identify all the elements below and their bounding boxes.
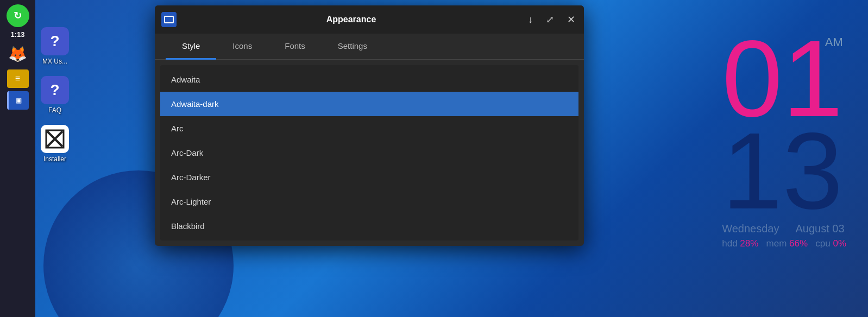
- mx-user-icon[interactable]: ? MX Us...: [41, 27, 69, 65]
- maximize-button[interactable]: ⤢: [544, 14, 556, 26]
- dialog-controls: ↓ ⤢ ✕: [526, 14, 577, 26]
- faq-icon[interactable]: ? FAQ: [41, 76, 69, 114]
- tab-settings[interactable]: Settings: [322, 34, 383, 60]
- theme-arc-dark[interactable]: Arc-Dark: [160, 141, 578, 165]
- clock-widget: AM 01 13 Wednesday August 03 hdd 28% mem…: [722, 33, 846, 249]
- mem-value: 66%: [789, 238, 808, 249]
- faq-icon-box: ?: [41, 76, 69, 104]
- clock-ampm: AM: [825, 35, 843, 49]
- theme-arc[interactable]: Arc: [160, 116, 578, 141]
- tab-style[interactable]: Style: [166, 34, 216, 60]
- notes-icon[interactable]: ≡: [7, 69, 29, 88]
- taskbar: ↻ 1:13 🦊 ≡ ▣: [0, 0, 35, 317]
- theme-list: Adwaita Adwaita-dark Arc Arc-Dark Arc-Da…: [160, 65, 578, 240]
- mx-user-label: MX Us...: [42, 58, 67, 65]
- clock-month-date: August 03: [796, 223, 845, 235]
- theme-arc-lighter[interactable]: Arc-Lighter: [160, 189, 578, 214]
- close-button[interactable]: ✕: [565, 14, 577, 26]
- cpu-label: cpu: [815, 238, 830, 249]
- firefox-icon[interactable]: 🦊: [6, 42, 30, 66]
- clock-day: Wednesday: [722, 223, 779, 235]
- hdd-value: 28%: [740, 238, 758, 249]
- installer-icon[interactable]: Installer: [41, 125, 69, 163]
- system-update-icon[interactable]: ↻: [7, 4, 29, 27]
- theme-adwaita-dark[interactable]: Adwaita-dark: [160, 92, 578, 116]
- taskbar-time: 1:13: [10, 30, 24, 39]
- dialog-window-icon: [161, 12, 177, 27]
- dialog-tabs: Style Icons Fonts Settings: [155, 34, 584, 60]
- tab-icons[interactable]: Icons: [216, 34, 268, 60]
- cpu-value: 0%: [833, 238, 846, 249]
- theme-arc-darker[interactable]: Arc-Darker: [160, 165, 578, 189]
- minimize-button[interactable]: ↓: [526, 14, 535, 26]
- installer-icon-box: [41, 125, 69, 153]
- faq-label: FAQ: [48, 106, 61, 114]
- mx-user-icon-box: ?: [41, 27, 69, 55]
- desktop-icons: ? MX Us... ? FAQ Installer: [41, 27, 69, 163]
- appearance-dialog: Appearance ↓ ⤢ ✕ Style Icons Fonts Setti…: [155, 5, 584, 246]
- files-icon[interactable]: ▣: [7, 91, 29, 110]
- clock-stats: hdd 28% mem 66% cpu 0%: [722, 238, 846, 249]
- hdd-label: hdd: [722, 238, 737, 249]
- theme-adwaita[interactable]: Adwaita: [160, 67, 578, 92]
- dialog-titlebar: Appearance ↓ ⤢ ✕: [155, 5, 584, 34]
- theme-blackbird[interactable]: Blackbird: [160, 214, 578, 238]
- tab-fonts[interactable]: Fonts: [268, 34, 322, 60]
- dialog-title: Appearance: [181, 15, 521, 24]
- installer-label: Installer: [43, 155, 66, 163]
- mem-label: mem: [766, 238, 787, 249]
